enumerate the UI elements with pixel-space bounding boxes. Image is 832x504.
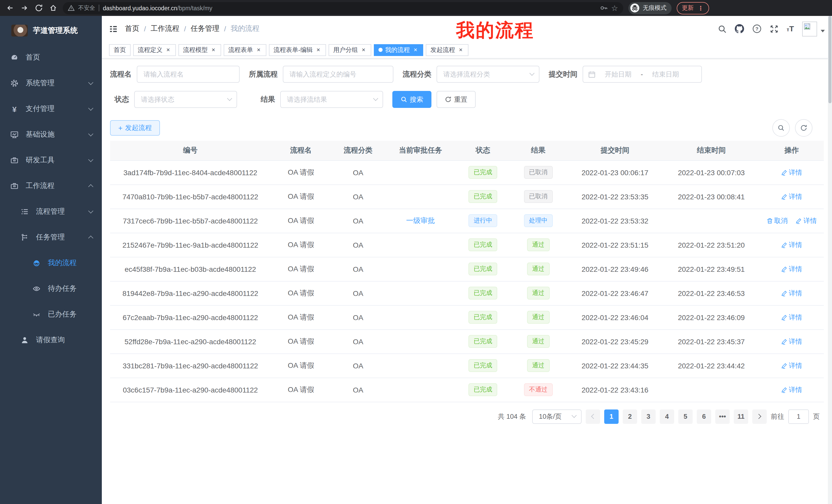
reset-button[interactable]: 重置: [437, 91, 476, 108]
tags-view: 首页 流程定义 流程模型: [102, 41, 832, 59]
refresh-table-button[interactable]: [795, 119, 812, 137]
page-number-button[interactable]: 3: [641, 409, 656, 424]
sidebar-item-done-tasks[interactable]: 已办任务: [0, 302, 102, 327]
tab-close-icon[interactable]: [361, 46, 367, 53]
breadcrumb-task[interactable]: 任务管理: [191, 24, 219, 33]
sidebar-item-todo-tasks[interactable]: 待办任务: [0, 276, 102, 302]
cell-end-time: 2022-01-22 23:46:53: [663, 281, 759, 305]
page-number-button[interactable]: •••: [715, 409, 730, 424]
start-date-input[interactable]: [600, 71, 636, 78]
detail-link[interactable]: 详情: [781, 313, 802, 322]
help-icon[interactable]: ?: [752, 24, 761, 33]
reload-icon[interactable]: [34, 3, 43, 12]
cell-actions: 详情: [759, 160, 824, 185]
view-tab[interactable]: 用户分组: [329, 44, 371, 56]
result-badge: 通过: [527, 359, 550, 372]
eye-icon: [32, 285, 41, 293]
key-icon[interactable]: [600, 5, 607, 11]
search-button[interactable]: 搜索: [392, 91, 432, 108]
sidebar-item-leave-query[interactable]: 请假查询: [0, 327, 102, 353]
app-logo[interactable]: 芋道管理系统: [0, 16, 102, 45]
sidebar-item-payment[interactable]: ¥ 支付管理: [0, 96, 102, 122]
tab-close-icon[interactable]: [256, 46, 262, 53]
github-icon[interactable]: [735, 24, 744, 33]
current-task-link[interactable]: 一级审批: [406, 216, 435, 225]
address-bar[interactable]: 不安全 dashboard.yudao.iocoder.cn/bpm/task/…: [63, 2, 623, 14]
sidebar-item-infra[interactable]: 基础设施: [0, 122, 102, 147]
cancel-link[interactable]: 取消: [766, 216, 787, 225]
view-tab[interactable]: 我的流程: [374, 44, 423, 56]
bookmark-star-icon[interactable]: ☆: [611, 3, 618, 12]
sidebar-item-task-management[interactable]: 任务管理: [0, 225, 102, 250]
page-number-button[interactable]: 1: [604, 409, 619, 424]
category-select[interactable]: [437, 66, 539, 83]
page-number-button[interactable]: 11: [734, 409, 748, 424]
tab-close-icon[interactable]: [210, 46, 216, 53]
scrollbar[interactable]: [828, 16, 832, 504]
breadcrumb-current: 我的流程: [231, 24, 259, 33]
tab-close-icon[interactable]: [165, 46, 171, 53]
cell-name: OA 请假: [271, 354, 331, 377]
forward-icon[interactable]: [20, 3, 29, 12]
detail-link[interactable]: 详情: [781, 168, 802, 177]
create-process-button[interactable]: + 发起流程: [110, 120, 160, 136]
sidebar-item-process-management[interactable]: 流程管理: [0, 199, 102, 225]
cell-end-time: 2022-01-22 23:49:51: [663, 257, 759, 281]
security-label[interactable]: 不安全: [78, 4, 95, 12]
result-badge: 通过: [527, 262, 550, 275]
font-size-icon[interactable]: тT: [787, 24, 794, 33]
sidebar-item-my-process[interactable]: 我的流程: [0, 250, 102, 276]
process-table: 编号 流程名 流程分类 当前审批任务 状态 结果 提交时间 结束时间 操作: [102, 141, 832, 402]
user-avatar-menu[interactable]: [802, 21, 825, 36]
tab-close-icon[interactable]: [412, 46, 419, 53]
view-tab[interactable]: 流程表单-编辑: [269, 44, 326, 56]
fullscreen-icon[interactable]: [770, 24, 779, 33]
sidebar-item-workflow[interactable]: 工作流程: [0, 173, 102, 199]
hamburger-icon[interactable]: [109, 24, 118, 33]
sidebar-item-home[interactable]: 首页: [0, 45, 102, 71]
menu-dots-icon[interactable]: ⋮: [698, 4, 704, 11]
search-icon[interactable]: [718, 24, 727, 33]
sidebar-item-system[interactable]: 系统管理: [0, 71, 102, 96]
tab-close-icon[interactable]: [315, 46, 321, 53]
view-tab[interactable]: 流程定义: [133, 44, 176, 56]
view-tab[interactable]: 发起流程: [426, 44, 468, 56]
home-icon[interactable]: [48, 3, 58, 12]
goto-page-input[interactable]: [788, 409, 809, 424]
detail-link[interactable]: 详情: [781, 264, 802, 274]
page-size-select[interactable]: [532, 409, 581, 424]
name-label: 流程名: [110, 69, 132, 79]
process-definition-input[interactable]: [283, 66, 393, 83]
tab-close-icon[interactable]: [458, 46, 464, 53]
prev-page-button[interactable]: [586, 409, 600, 424]
detail-link[interactable]: 详情: [796, 216, 817, 225]
result-select[interactable]: [280, 91, 383, 108]
sidebar-item-devtools[interactable]: 研发工具: [0, 147, 102, 173]
detail-link[interactable]: 详情: [781, 240, 802, 249]
page-number-button[interactable]: 6: [697, 409, 711, 424]
breadcrumb-workflow[interactable]: 工作流程: [151, 24, 179, 33]
detail-link[interactable]: 详情: [781, 337, 802, 346]
detail-link[interactable]: 详情: [781, 385, 802, 394]
end-date-input[interactable]: [647, 71, 684, 78]
view-tab[interactable]: 首页: [109, 44, 131, 56]
chrome-update-button[interactable]: 更新 ⋮: [677, 2, 709, 14]
next-page-button[interactable]: [752, 409, 767, 424]
process-name-input[interactable]: [137, 66, 240, 83]
view-tab[interactable]: 流程表单: [224, 44, 266, 56]
detail-link[interactable]: 详情: [781, 192, 802, 201]
back-icon[interactable]: [5, 3, 15, 12]
page-number-button[interactable]: 5: [678, 409, 693, 424]
cell-result: 通过: [510, 354, 567, 377]
detail-link[interactable]: 详情: [781, 361, 802, 370]
page-number-button[interactable]: 2: [623, 409, 637, 424]
detail-link[interactable]: 详情: [781, 288, 802, 298]
show-search-button[interactable]: [772, 119, 790, 137]
page-number-button[interactable]: 4: [660, 409, 674, 424]
date-range-picker[interactable]: -: [582, 66, 702, 83]
table-row: 03c6c157-7b9a-11ec-a290-acde48001122 OA …: [110, 377, 824, 402]
view-tab[interactable]: 流程模型: [178, 44, 221, 56]
cell-actions: 详情: [759, 305, 824, 329]
breadcrumb-home[interactable]: 首页: [125, 24, 139, 33]
status-select[interactable]: [134, 91, 237, 108]
